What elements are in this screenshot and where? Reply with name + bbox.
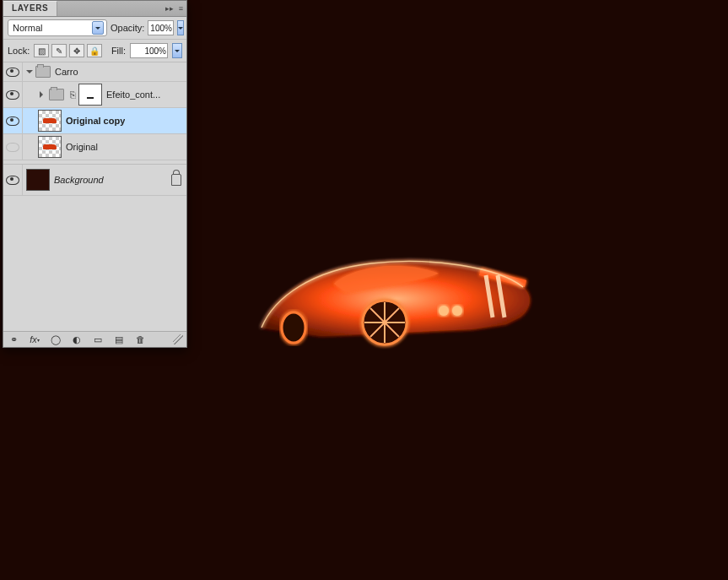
layer-background[interactable]: Background [3, 164, 186, 196]
blend-mode-select[interactable]: Normal [8, 19, 107, 36]
layer-label: Carro [55, 67, 78, 77]
layer-group-carro[interactable]: Carro [3, 62, 186, 82]
disclosure-icon[interactable] [26, 70, 33, 77]
fx-icon[interactable]: fx▾ [28, 333, 41, 345]
visibility-toggle[interactable] [6, 90, 19, 100]
trash-icon[interactable]: 🗑 [133, 333, 147, 345]
car-artwork [253, 236, 540, 355]
layer-label: Original copy [66, 116, 125, 126]
layer-label: Background [54, 175, 104, 185]
svg-point-1 [452, 306, 462, 316]
panel-menu-icon[interactable]: ≡ [179, 4, 183, 13]
mask-thumb[interactable] [78, 84, 102, 106]
layer-efeito-cont[interactable]: ⎘ Efeito_cont... [3, 82, 186, 108]
opacity-label: Opacity: [111, 23, 144, 33]
lock-row: Lock: ▧ ✎ ✥ 🔒 Fill: 100% [3, 40, 186, 62]
lock-icon [171, 174, 181, 186]
adjustment-layer-icon[interactable]: ◐ [70, 333, 84, 345]
layer-thumb[interactable] [26, 169, 50, 191]
blend-row: Normal Opacity: 100% [3, 17, 186, 40]
new-group-icon[interactable]: ▭ [91, 333, 105, 345]
lock-all-icon[interactable]: 🔒 [87, 44, 102, 57]
lock-pixels-icon[interactable]: ✎ [51, 44, 67, 57]
layers-tab[interactable]: LAYERS [3, 1, 57, 16]
collapse-icon[interactable]: ▸▸ [165, 4, 174, 13]
visibility-toggle[interactable] [6, 117, 19, 126]
fill-input[interactable]: 100% [130, 43, 168, 58]
mask-icon[interactable]: ◯ [49, 333, 62, 345]
new-layer-icon[interactable]: ▤ [112, 333, 126, 345]
lock-position-icon[interactable]: ✥ [69, 44, 84, 57]
layer-list: Carro ⎘ Efeito_cont... Original copy [3, 62, 186, 331]
layer-label: Efeito_cont... [106, 89, 160, 100]
chevron-down-icon [92, 21, 104, 35]
link-layers-icon[interactable]: ⚭ [7, 333, 20, 345]
lock-label: Lock: [8, 46, 30, 56]
lock-transparency-icon[interactable]: ▧ [34, 44, 49, 57]
blend-mode-value: Normal [13, 23, 42, 33]
svg-point-7 [282, 312, 305, 343]
panel-footer: ⚭ fx▾ ◯ ◐ ▭ ▤ 🗑 [3, 331, 186, 347]
opacity-input[interactable]: 100% [148, 20, 174, 35]
layers-panel: LAYERS ▸▸ ≡ Normal Opacity: 100% Lock: ▧… [3, 0, 187, 348]
visibility-toggle[interactable] [6, 68, 19, 77]
layer-thumb[interactable] [38, 136, 62, 158]
layer-original[interactable]: Original [3, 134, 186, 160]
svg-point-0 [439, 306, 449, 316]
folder-icon [35, 66, 51, 78]
folder-icon [49, 89, 64, 100]
fill-flyout-icon[interactable] [172, 43, 182, 58]
disclosure-icon[interactable] [40, 91, 46, 98]
resize-grip[interactable] [173, 334, 183, 344]
layer-thumb[interactable] [38, 110, 62, 132]
opacity-flyout-icon[interactable] [177, 20, 184, 35]
layer-label: Original [66, 142, 98, 152]
visibility-toggle[interactable] [6, 176, 19, 185]
link-icon: ⎘ [68, 89, 77, 100]
layer-original-copy[interactable]: Original copy [3, 108, 186, 134]
fill-label: Fill: [111, 46, 126, 56]
visibility-toggle[interactable] [6, 143, 19, 152]
panel-tabbar: LAYERS ▸▸ ≡ [3, 1, 186, 17]
